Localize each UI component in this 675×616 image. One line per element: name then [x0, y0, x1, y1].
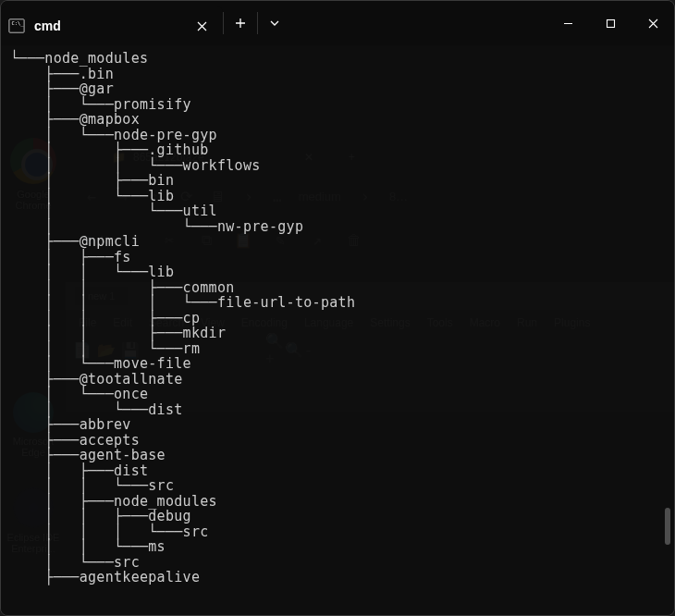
tab-dropdown-button[interactable]: [257, 12, 290, 34]
tree-output: └───node_modules ├───.bin ├───@gar │ └──…: [10, 51, 665, 585]
scrollbar-thumb[interactable]: [665, 508, 670, 545]
svg-text:C:\_: C:\_: [12, 20, 25, 27]
window-controls: [546, 1, 674, 45]
tab-title: cmd: [34, 18, 191, 33]
new-tab-button[interactable]: [224, 1, 257, 45]
scrollbar-track[interactable]: [665, 45, 672, 608]
close-window-button[interactable]: [632, 1, 674, 45]
titlebar: C:\_ cmd: [1, 1, 674, 45]
maximize-button[interactable]: [589, 1, 632, 45]
terminal-body[interactable]: └───node_modules ├───.bin ├───@gar │ └──…: [1, 45, 674, 615]
tab-close-button[interactable]: [191, 16, 212, 36]
minimize-button[interactable]: [546, 1, 589, 45]
svg-rect-2: [607, 19, 614, 27]
cmd-icon: C:\_: [8, 18, 25, 34]
terminal-tab[interactable]: C:\_ cmd: [1, 6, 223, 45]
